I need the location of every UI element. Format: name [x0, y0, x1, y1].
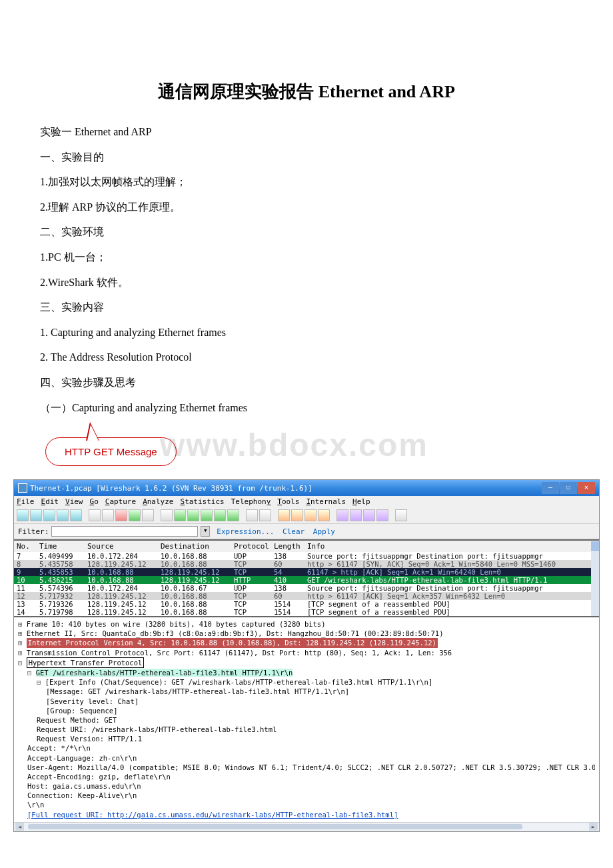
menu-tools[interactable]: Tools	[277, 497, 299, 506]
menu-edit[interactable]: Edit	[41, 497, 59, 506]
menu-statistics[interactable]: Statistics	[181, 497, 225, 506]
heading-purpose: 一、实验目的	[40, 149, 573, 166]
zoom-out-icon[interactable]	[291, 509, 303, 521]
filter-expression-link[interactable]: Expression...	[217, 527, 274, 536]
packet-row[interactable]: 105.43621510.0.168.88128.119.245.12HTTP4…	[14, 576, 599, 584]
col-info[interactable]: Info	[305, 541, 591, 551]
detail-frame[interactable]: Frame 10: 410 bytes on wire (3280 bits),…	[27, 620, 326, 628]
help-icon[interactable]	[395, 509, 407, 521]
capture-filters-icon[interactable]	[336, 509, 348, 521]
prefs-icon[interactable]	[376, 509, 388, 521]
packet-row[interactable]: 75.40949910.0.172.20410.0.168.88UDP138So…	[14, 552, 599, 560]
packet-cell: TCP	[231, 600, 271, 608]
filter-clear-link[interactable]: Clear	[283, 527, 305, 536]
menu-help[interactable]: Help	[352, 497, 370, 506]
menu-file[interactable]: File	[17, 497, 35, 506]
packet-cell: 10.0.168.88	[158, 600, 231, 608]
heading-steps: 四、实验步骤及思考	[40, 374, 573, 391]
scrollbar-up-icon[interactable]	[591, 541, 599, 551]
filter-bar: Filter: ▾ Expression... Clear Apply	[14, 524, 599, 539]
scrollbar-track[interactable]	[591, 552, 599, 560]
scrollbar-track[interactable]	[591, 600, 599, 608]
col-source[interactable]: Source	[85, 541, 158, 551]
filter-dropdown-icon[interactable]: ▾	[201, 526, 210, 537]
packet-row[interactable]: 95.43585310.0.168.88128.119.245.12TCP546…	[14, 568, 599, 576]
auto-scroll-icon[interactable]	[259, 509, 271, 521]
menu-capture[interactable]: Capture	[105, 497, 136, 506]
resize-columns-icon[interactable]	[318, 509, 330, 521]
find-icon[interactable]	[161, 509, 173, 521]
scrollbar-track[interactable]	[591, 560, 599, 568]
packet-cell: 5.719326	[37, 600, 85, 608]
packet-cell: 5.717932	[37, 592, 85, 600]
packet-cell: http > 61147 [ACK] Seq=1 Ack=357 Win=643…	[305, 592, 591, 600]
col-time[interactable]: Time	[37, 541, 85, 551]
close-button[interactable]: ✕	[578, 482, 595, 494]
packet-cell: 10.0.168.88	[85, 576, 158, 584]
zoom-in-icon[interactable]	[278, 509, 290, 521]
detail-expert[interactable]: [Expert Info (Chat/Sequence): GET /wires…	[45, 678, 433, 686]
col-protocol[interactable]: Protocol	[231, 541, 271, 551]
detail-lang: Accept-Language: zh-cn\r\n	[27, 754, 137, 762]
packet-cell: TCP	[231, 568, 271, 576]
detail-tcp[interactable]: Transmission Control Protocol, Src Port:…	[27, 649, 452, 657]
scrollbar-track[interactable]	[591, 568, 599, 576]
last-icon[interactable]	[227, 509, 239, 521]
toolbar-icon[interactable]	[43, 509, 55, 521]
filter-input[interactable]	[51, 526, 198, 537]
packet-row[interactable]: 135.719326128.119.245.1210.0.168.88TCP15…	[14, 600, 599, 608]
packet-row[interactable]: 115.57439610.0.172.20410.0.168.67UDP138S…	[14, 584, 599, 592]
packet-cell: 60	[271, 592, 305, 600]
minimize-button[interactable]: —	[542, 482, 559, 494]
packet-row[interactable]: 125.717932128.119.245.1210.0.168.88TCP60…	[14, 592, 599, 600]
packet-cell: 7	[14, 552, 37, 560]
save-icon[interactable]	[102, 509, 114, 521]
menu-analyze[interactable]: Analyze	[143, 497, 173, 506]
detail-get[interactable]: GET /wireshark-labs/HTTP-ethereal-lab-fi…	[36, 669, 293, 677]
heading-content: 三、实验内容	[40, 299, 573, 316]
menu-go[interactable]: Go	[90, 497, 99, 506]
window-titlebar[interactable]: Thernet-1.pcap [Wireshark 1.6.2 (SVN Rev…	[14, 480, 599, 496]
toolbar-icon[interactable]	[70, 509, 82, 521]
forward-icon[interactable]	[187, 509, 199, 521]
goto-icon[interactable]	[201, 509, 213, 521]
display-filters-icon[interactable]	[350, 509, 362, 521]
col-destination[interactable]: Destination	[158, 541, 231, 551]
toolbar-icon[interactable]	[30, 509, 42, 521]
menu-internals[interactable]: Internals	[306, 497, 346, 506]
zoom-reset-icon[interactable]	[305, 509, 316, 521]
toolbar-icon[interactable]	[57, 509, 69, 521]
first-icon[interactable]	[214, 509, 226, 521]
scrollbar-track[interactable]	[591, 584, 599, 592]
scrollbar-track[interactable]	[591, 576, 599, 584]
coloring-rules-icon[interactable]	[363, 509, 375, 521]
menu-telephony[interactable]: Telephony	[231, 497, 271, 506]
maximize-button[interactable]: ☐	[560, 482, 577, 494]
packet-row[interactable]: 145.719798128.119.245.1210.0.168.88TCP15…	[14, 608, 599, 616]
col-no[interactable]: No.	[14, 541, 37, 551]
packet-row[interactable]: 85.435758128.119.245.1210.0.168.88TCP60h…	[14, 560, 599, 568]
close-file-icon[interactable]	[115, 509, 127, 521]
open-icon[interactable]	[89, 509, 101, 521]
scroll-thumb[interactable]	[28, 824, 522, 829]
toolbar-icon[interactable]	[17, 509, 29, 521]
back-icon[interactable]	[174, 509, 186, 521]
detail-http[interactable]: Hypertext Transfer Protocol	[27, 657, 145, 668]
reload-icon[interactable]	[129, 509, 141, 521]
print-icon[interactable]	[142, 509, 154, 521]
detail-full-uri[interactable]: [Full request URI: http://gaia.cs.umass.…	[27, 811, 398, 819]
col-length[interactable]: Length	[271, 541, 305, 551]
scrollbar-track[interactable]	[591, 592, 599, 600]
scroll-right-icon[interactable]: ►	[589, 823, 598, 831]
horizontal-scrollbar[interactable]: ◄ ►	[14, 822, 599, 831]
packet-cell: 10.0.168.88	[158, 608, 231, 616]
scroll-left-icon[interactable]: ◄	[15, 823, 24, 831]
menu-view[interactable]: View	[65, 497, 83, 506]
filter-apply-link[interactable]: Apply	[313, 527, 335, 536]
packet-cell: HTTP	[231, 576, 271, 584]
content-item-2: 2. The Address Resolution Protocol	[40, 349, 573, 366]
detail-ip[interactable]: Internet Protocol Version 4, Src: 10.0.1…	[27, 638, 438, 647]
colorize-icon[interactable]	[246, 509, 258, 521]
scrollbar-track[interactable]	[591, 608, 599, 616]
detail-ethernet[interactable]: Ethernet II, Src: QuantaCo_db:9b:f3 (c8:…	[27, 629, 444, 637]
